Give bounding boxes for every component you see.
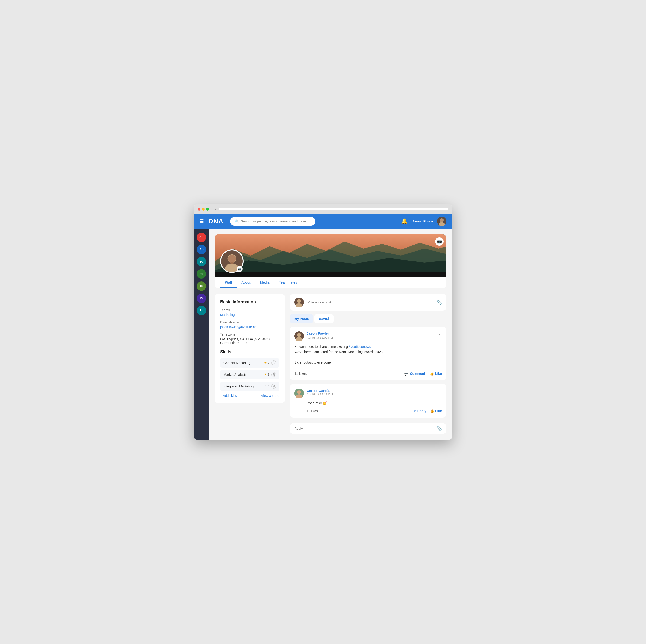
skill-remove-content-marketing[interactable]: ⊖ bbox=[272, 360, 276, 365]
tab-media[interactable]: Media bbox=[255, 277, 274, 288]
maximize-dot[interactable] bbox=[206, 208, 209, 211]
sidebar-label-re: Re bbox=[200, 272, 204, 276]
nav-avatar[interactable] bbox=[437, 217, 446, 226]
sidebar-item-re[interactable]: Re bbox=[197, 269, 206, 279]
sidebar-item-mi[interactable]: Mi bbox=[197, 294, 206, 303]
email-value[interactable]: jason.fowler@avature.net bbox=[220, 325, 279, 329]
view-more-button[interactable]: View 3 more bbox=[261, 394, 279, 398]
skills-footer: + Add skills View 3 more bbox=[220, 394, 279, 398]
reply-label: Reply bbox=[417, 409, 426, 413]
sidebar-item-cd[interactable]: Cd bbox=[197, 233, 206, 242]
comment-actions: ↩ Reply 👍 Like bbox=[413, 409, 442, 413]
comment-like-label: Like bbox=[435, 409, 442, 413]
browser-nav: ‹ › bbox=[212, 207, 216, 211]
post-time: Apr 08 at 12:02 PM bbox=[307, 336, 333, 339]
tab-wall[interactable]: Wall bbox=[220, 277, 237, 288]
main-layout: Cd Bp To Re Tu Mi Av bbox=[194, 229, 452, 440]
feed-tab-saved[interactable]: Saved bbox=[314, 315, 333, 323]
avatar-edit-button[interactable]: 📷 bbox=[237, 266, 243, 272]
post-body-text1: Hi team, here to share some exciting bbox=[294, 345, 349, 348]
skill-score-integrated-marketing: 0 bbox=[268, 385, 270, 388]
add-skill-button[interactable]: + Add skills bbox=[220, 394, 237, 398]
post-hashtag[interactable]: #voutiquenews bbox=[349, 345, 371, 348]
post-author-avatar bbox=[294, 331, 304, 341]
post-avatar-image bbox=[294, 298, 304, 307]
feed-tab-my-posts[interactable]: My Posts bbox=[290, 315, 313, 323]
reply-input-row: 📎 bbox=[290, 423, 446, 434]
comment-author-name[interactable]: Carlos García bbox=[307, 389, 333, 393]
nav-user-name: Jason Fowler bbox=[412, 219, 435, 223]
email-field: Email Adress jason.fowler@avature.net bbox=[220, 320, 279, 329]
teams-value[interactable]: Marketing bbox=[220, 313, 279, 317]
post-card: Jason Fowler Apr 08 at 12:02 PM ⋮ Hi tea… bbox=[290, 327, 446, 381]
like-button[interactable]: 👍 Like bbox=[430, 372, 442, 375]
sidebar-label-mi: Mi bbox=[200, 296, 203, 300]
skill-item-content-marketing: Content Marketing ★ 7 ⊖ bbox=[220, 358, 279, 367]
minimize-dot[interactable] bbox=[202, 208, 205, 211]
sidebar-label-av: Av bbox=[200, 309, 203, 312]
post-body: Hi team, here to share some exciting #vo… bbox=[294, 344, 442, 365]
hamburger-icon[interactable]: ☰ bbox=[200, 218, 204, 224]
forward-icon[interactable]: › bbox=[215, 207, 216, 211]
current-time: Current time: 11:39 bbox=[220, 341, 279, 345]
browser-titlebar: ‹ › bbox=[194, 204, 452, 214]
star-icon: ★ bbox=[264, 361, 267, 364]
back-icon[interactable]: ‹ bbox=[212, 207, 213, 211]
skill-remove-integrated-marketing[interactable]: ⊖ bbox=[272, 384, 276, 389]
tab-teammates[interactable]: Teammates bbox=[274, 277, 302, 288]
bottom-section: Basic Information Teams Marketing Email … bbox=[215, 294, 446, 434]
post-footer: 11 Likes 💬 Comment 👍 Like bbox=[294, 369, 442, 375]
close-dot[interactable] bbox=[198, 208, 201, 211]
profile-tabs: Wall About Media Teammates bbox=[215, 277, 446, 288]
post-header: Jason Fowler Apr 08 at 12:02 PM ⋮ bbox=[294, 331, 442, 341]
basic-info-title: Basic Information bbox=[220, 300, 279, 304]
reply-button[interactable]: ↩ Reply bbox=[413, 409, 426, 413]
profile-cover: 📷 bbox=[215, 234, 446, 277]
sidebar-item-bp[interactable]: Bp bbox=[197, 245, 206, 254]
post-author-name[interactable]: Jason Fowler bbox=[307, 331, 333, 335]
sidebar-item-tu[interactable]: Tu bbox=[197, 282, 206, 291]
cover-photo-button[interactable]: 📷 bbox=[435, 237, 444, 246]
post-author-info: Jason Fowler Apr 08 at 12:02 PM bbox=[307, 331, 333, 339]
reply-input-field[interactable] bbox=[294, 427, 434, 430]
post-input-field[interactable] bbox=[307, 300, 434, 304]
reply-icon: ↩ bbox=[413, 409, 416, 413]
content-area: 📷 bbox=[209, 229, 452, 440]
post-body-text2: We've been nominated for the Retail Mark… bbox=[294, 350, 384, 354]
feed-tabs: My Posts Saved bbox=[290, 315, 446, 323]
svg-point-18 bbox=[297, 333, 301, 337]
sidebar-item-av[interactable]: Av bbox=[197, 306, 206, 315]
timezone-field: Time zone: Los Angeles, CA. USA (GMT-07:… bbox=[220, 333, 279, 345]
skill-remove-market-analysis[interactable]: ⊖ bbox=[272, 372, 276, 377]
reply-attach-icon[interactable]: 📎 bbox=[437, 426, 442, 431]
post-input-avatar bbox=[294, 298, 304, 307]
svg-point-3 bbox=[440, 218, 443, 222]
skill-rating-market-analysis: ★ 3 bbox=[264, 373, 270, 376]
skill-item-integrated-marketing: Integrated Marketing ☆ 0 ⊖ bbox=[220, 382, 279, 391]
post-body-text1-end: ! bbox=[371, 345, 371, 348]
like-label: Like bbox=[435, 372, 442, 375]
star-icon: ★ bbox=[264, 373, 267, 376]
sidebar-label-to: To bbox=[200, 260, 203, 263]
comment-time: Apr 08 at 12:13 PM bbox=[307, 393, 333, 396]
comment-button[interactable]: 💬 Comment bbox=[405, 372, 425, 375]
comment-header: Carlos García Apr 08 at 12:13 PM bbox=[294, 389, 442, 398]
post-likes-count: 11 Likes bbox=[294, 372, 307, 375]
profile-avatar-wrap: 📷 bbox=[220, 249, 244, 273]
search-bar[interactable]: 🔍 Search for people, teams, learning and… bbox=[230, 217, 316, 226]
comment-like-button[interactable]: 👍 Like bbox=[430, 409, 442, 413]
bell-icon[interactable]: 🔔 bbox=[401, 218, 408, 224]
comment-likes-count: 12 likes bbox=[307, 409, 318, 413]
info-panel: Basic Information Teams Marketing Email … bbox=[215, 294, 285, 403]
comment-footer: 12 likes ↩ Reply 👍 Like bbox=[307, 409, 442, 413]
browser-window: ‹ › ☰ DNA 🔍 Search for people, teams, le… bbox=[194, 204, 452, 440]
app-container: ☰ DNA 🔍 Search for people, teams, learni… bbox=[194, 214, 452, 440]
search-icon: 🔍 bbox=[235, 219, 239, 223]
attach-icon[interactable]: 📎 bbox=[437, 300, 442, 305]
svg-rect-8 bbox=[215, 272, 446, 277]
sidebar-item-to[interactable]: To bbox=[197, 257, 206, 266]
post-menu-icon[interactable]: ⋮ bbox=[437, 331, 442, 337]
tab-about[interactable]: About bbox=[237, 277, 255, 288]
sidebar-label-cd: Cd bbox=[199, 235, 203, 239]
url-bar[interactable] bbox=[219, 208, 448, 210]
